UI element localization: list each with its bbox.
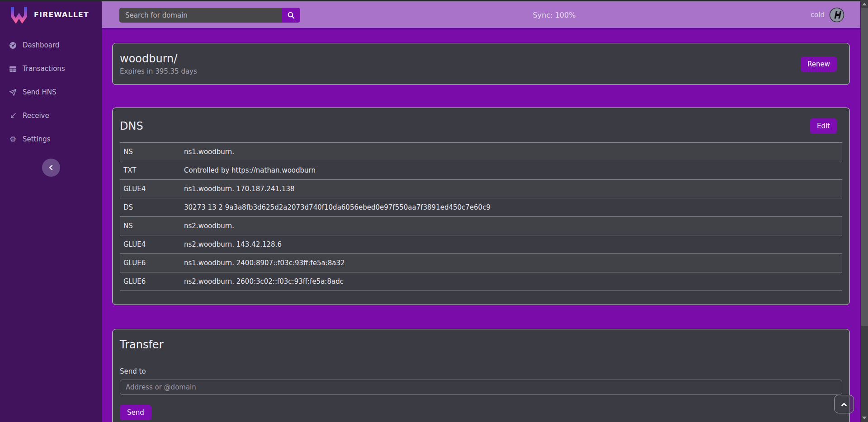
sidebar-item-settings[interactable]: ⚙ Settings (0, 127, 102, 151)
renew-button[interactable]: Renew (801, 56, 837, 72)
chevron-up-icon (840, 400, 849, 408)
dns-record-type: NS (120, 143, 180, 161)
dns-record-type: NS (120, 217, 180, 235)
topbar: Sync: 100% cold (102, 0, 860, 30)
domain-card: woodburn/ Expires in 395.35 days Renew (112, 43, 850, 85)
dns-records-table: NSns1.woodburn.TXTControlled by https://… (120, 142, 842, 291)
window-top-edge (0, 0, 860, 1)
firewallet-logo-icon (9, 5, 29, 24)
receive-arrow-icon (9, 112, 17, 120)
domain-search-input[interactable] (119, 8, 282, 23)
brand[interactable]: FIREWALLET (0, 0, 102, 29)
dns-card-header: DNS Edit (120, 117, 842, 135)
sidebar-item-label: Receive (23, 112, 49, 120)
dns-record-row: GLUE6ns1.woodburn. 2400:8907::f03c:93ff:… (120, 254, 842, 272)
sidebar-item-transactions[interactable]: Transactions (0, 57, 102, 80)
dns-title: DNS (120, 120, 143, 132)
sidebar: FIREWALLET Dashboard (0, 0, 102, 422)
sidebar-item-receive[interactable]: Receive (0, 104, 102, 127)
sidebar-item-label: Send HNS (23, 88, 57, 96)
settings-gear-icon: ⚙ (9, 136, 17, 143)
search-group (119, 8, 300, 23)
dns-record-value: ns2.woodburn. 2600:3c02::f03c:93ff:fe5a:… (180, 272, 842, 291)
handshake-logo-icon[interactable] (829, 7, 844, 23)
dashboard-gauge-icon (9, 42, 17, 49)
send-plane-icon (9, 89, 17, 96)
dns-record-value: 30273 13 2 9a3a8fb3d625d2a2073d740f10da6… (180, 198, 842, 217)
main-content: woodburn/ Expires in 395.35 days Renew D… (102, 32, 860, 422)
dns-record-row: TXTControlled by https://nathan.woodburn (120, 161, 842, 180)
domain-info: woodburn/ Expires in 395.35 days (120, 52, 197, 75)
sidebar-nav: Dashboard Transactions Send HNS (0, 33, 102, 151)
scrollbar-handle[interactable] (861, 8, 868, 326)
transfer-title: Transfer (120, 338, 842, 351)
dns-record-type: GLUE6 (120, 254, 180, 272)
transactions-table-icon (9, 65, 17, 73)
wallet-name: cold (811, 11, 825, 19)
scrollbar-down-arrow-icon[interactable] (862, 417, 867, 419)
dns-record-row: GLUE4ns2.woodburn. 143.42.128.6 (120, 235, 842, 254)
dns-record-row: GLUE4ns1.woodburn. 170.187.241.138 (120, 180, 842, 198)
dns-record-row: DS30273 13 2 9a3a8fb3d625d2a2073d740f10d… (120, 198, 842, 217)
sidebar-item-label: Transactions (23, 65, 65, 73)
dns-record-value: ns2.woodburn. 143.42.128.6 (180, 235, 842, 254)
wallet-group: cold (811, 0, 844, 30)
dns-record-row: NSns1.woodburn. (120, 143, 842, 161)
dns-record-value: Controlled by https://nathan.woodburn (180, 161, 842, 180)
dns-record-value: ns1.woodburn. (180, 143, 842, 161)
domain-expiry: Expires in 395.35 days (120, 67, 197, 75)
transfer-address-input[interactable] (120, 380, 842, 395)
dns-record-type: TXT (120, 161, 180, 180)
search-button[interactable] (282, 8, 300, 23)
dns-record-row: NSns2.woodburn. (120, 217, 842, 235)
scrollbar-up-arrow-icon[interactable] (862, 3, 867, 5)
search-icon (287, 11, 295, 19)
transfer-card: Transfer Send to Send (112, 329, 850, 422)
sidebar-item-label: Settings (23, 135, 51, 143)
domain-name: woodburn/ (120, 52, 197, 65)
send-button[interactable]: Send (120, 405, 151, 420)
page-scrollbar[interactable] (860, 0, 868, 422)
dns-record-value: ns1.woodburn. 170.187.241.138 (180, 180, 842, 198)
dns-card: DNS Edit NSns1.woodburn.TXTControlled by… (112, 108, 850, 305)
dns-record-row: GLUE6ns2.woodburn. 2600:3c02::f03c:93ff:… (120, 272, 842, 291)
sidebar-item-send-hns[interactable]: Send HNS (0, 80, 102, 104)
sidebar-item-label: Dashboard (23, 41, 59, 49)
sidebar-item-dashboard[interactable]: Dashboard (0, 33, 102, 57)
chevron-left-icon (47, 164, 55, 172)
sidebar-collapse-button[interactable] (42, 159, 60, 177)
edit-dns-button[interactable]: Edit (810, 118, 837, 134)
dns-record-type: DS (120, 198, 180, 217)
scroll-to-top-button[interactable] (834, 395, 854, 413)
dns-record-type: GLUE6 (120, 272, 180, 291)
dns-record-type: GLUE4 (120, 180, 180, 198)
dns-record-value: ns1.woodburn. 2400:8907::f03c:93ff:fe5a:… (180, 254, 842, 272)
dns-record-type: GLUE4 (120, 235, 180, 254)
brand-name: FIREWALLET (34, 10, 89, 19)
send-to-label: Send to (120, 367, 842, 375)
sync-status: Sync: 100% (533, 11, 576, 19)
dns-record-value: ns2.woodburn. (180, 217, 842, 235)
